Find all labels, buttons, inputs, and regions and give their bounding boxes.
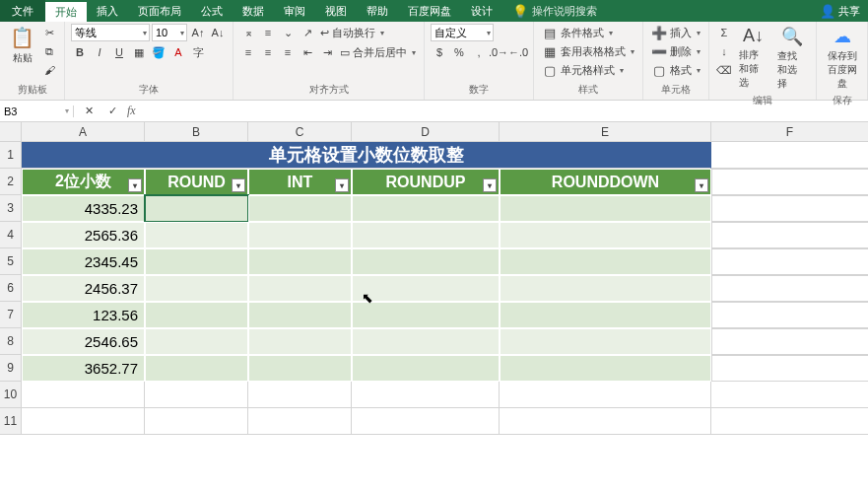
align-top-button[interactable]: ⌅ <box>239 24 257 41</box>
italic-button[interactable]: I <box>91 43 108 61</box>
font-size-combo[interactable]: 10 <box>152 24 187 41</box>
percent-button[interactable]: % <box>450 43 468 61</box>
share-button[interactable]: 👤 共享 <box>812 0 868 22</box>
col-header[interactable]: A <box>22 122 145 142</box>
tab-review[interactable]: 审阅 <box>274 0 315 22</box>
align-bottom-button[interactable]: ⌄ <box>279 24 297 41</box>
cell[interactable] <box>711 195 868 222</box>
increase-decimal-button[interactable]: .0→ <box>490 43 507 61</box>
cell[interactable] <box>22 408 145 435</box>
cell[interactable] <box>352 195 500 222</box>
col-header[interactable]: E <box>500 122 711 142</box>
col-header[interactable]: B <box>145 122 248 142</box>
cell[interactable] <box>352 408 500 435</box>
row-header[interactable]: 6 <box>0 275 22 302</box>
cell[interactable] <box>500 222 711 248</box>
cell[interactable] <box>248 275 352 302</box>
cell[interactable] <box>352 382 500 408</box>
cell[interactable] <box>500 248 711 275</box>
cell[interactable] <box>145 248 248 275</box>
clear-button[interactable]: ⌫ <box>715 61 733 79</box>
tab-data[interactable]: 数据 <box>233 0 274 22</box>
cell[interactable] <box>352 302 500 328</box>
file-tab[interactable]: 文件 <box>0 0 45 22</box>
cell[interactable] <box>248 302 352 328</box>
cell[interactable] <box>711 169 868 195</box>
cell[interactable] <box>145 382 248 408</box>
col-header[interactable]: D <box>352 122 500 142</box>
row-header[interactable]: 5 <box>0 248 22 275</box>
shrink-font-button[interactable]: A↓ <box>209 24 227 41</box>
copy-button[interactable]: ⧉ <box>40 42 58 60</box>
row-header[interactable]: 9 <box>0 355 22 382</box>
table-title-cell[interactable]: 单元格设置小数位数取整 <box>22 142 711 169</box>
conditional-format-button[interactable]: ▤条件格式 <box>540 24 615 41</box>
phonetic-button[interactable]: 字 <box>189 43 207 61</box>
cell[interactable]: 2546.65 <box>22 328 145 355</box>
format-painter-button[interactable]: 🖌 <box>40 61 58 79</box>
align-center-button[interactable]: ≡ <box>259 43 277 61</box>
cell[interactable] <box>22 382 145 408</box>
cell[interactable] <box>711 355 868 382</box>
format-cells-button[interactable]: ▢格式 <box>649 61 702 79</box>
cell[interactable]: 2565.36 <box>22 222 145 248</box>
cell[interactable] <box>145 195 248 222</box>
cell[interactable] <box>145 328 248 355</box>
row-header[interactable]: 1 <box>0 142 22 169</box>
indent-inc-button[interactable]: ⇥ <box>318 43 336 61</box>
delete-cells-button[interactable]: ➖删除 <box>649 42 702 60</box>
comma-button[interactable]: , <box>470 43 488 61</box>
cell[interactable] <box>248 195 352 222</box>
cell[interactable] <box>145 302 248 328</box>
decrease-decimal-button[interactable]: ←.0 <box>509 43 527 61</box>
cell[interactable] <box>352 248 500 275</box>
cell[interactable] <box>711 142 868 169</box>
baidu-save-button[interactable]: ☁ 保存到百度网盘 <box>823 24 861 93</box>
row-header[interactable]: 4 <box>0 222 22 248</box>
fx-icon[interactable]: fx <box>127 104 136 118</box>
row-header[interactable]: 3 <box>0 195 22 222</box>
cell[interactable]: 2345.45 <box>22 248 145 275</box>
cell[interactable] <box>711 275 868 302</box>
tab-design[interactable]: 设计 <box>461 0 502 22</box>
merge-button[interactable]: ▭合并后居中 <box>338 44 418 61</box>
row-header[interactable]: 2 <box>0 169 22 195</box>
underline-button[interactable]: U <box>110 43 128 61</box>
row-header[interactable]: 10 <box>0 382 22 408</box>
font-color-button[interactable]: A <box>169 43 187 61</box>
filter-icon[interactable]: ▾ <box>335 178 349 192</box>
name-box[interactable]: B3 <box>0 106 74 117</box>
cell[interactable] <box>145 222 248 248</box>
tab-insert[interactable]: 插入 <box>87 0 128 22</box>
cell[interactable] <box>248 355 352 382</box>
tab-page-layout[interactable]: 页面布局 <box>128 0 191 22</box>
cell[interactable] <box>145 275 248 302</box>
row-header[interactable]: 7 <box>0 302 22 328</box>
insert-cells-button[interactable]: ➕插入 <box>649 24 702 41</box>
fill-button[interactable]: ↓ <box>715 42 733 60</box>
currency-button[interactable]: $ <box>431 43 448 61</box>
tab-baidu[interactable]: 百度网盘 <box>398 0 461 22</box>
table-header-cell[interactable]: ROUNDDOWN▾ <box>500 169 711 195</box>
table-header-cell[interactable]: INT▾ <box>248 169 352 195</box>
cell[interactable]: 4335.23 <box>22 195 145 222</box>
cell[interactable] <box>500 382 711 408</box>
table-header-cell[interactable]: 2位小数▾ <box>22 169 145 195</box>
tab-view[interactable]: 视图 <box>315 0 357 22</box>
filter-icon[interactable]: ▾ <box>483 178 497 192</box>
cell[interactable] <box>352 355 500 382</box>
col-header[interactable]: C <box>248 122 352 142</box>
tell-me[interactable]: 💡 操作说明搜索 <box>512 0 597 22</box>
cell[interactable] <box>248 248 352 275</box>
cell[interactable] <box>352 222 500 248</box>
cell[interactable] <box>248 382 352 408</box>
border-button[interactable]: ▦ <box>130 43 148 61</box>
cut-button[interactable]: ✂ <box>40 24 58 41</box>
row-header[interactable]: 8 <box>0 328 22 355</box>
filter-icon[interactable]: ▾ <box>695 178 708 192</box>
align-left-button[interactable]: ≡ <box>239 43 257 61</box>
indent-dec-button[interactable]: ⇤ <box>299 43 316 61</box>
paste-button[interactable]: 📋 粘贴 <box>6 24 38 67</box>
cell[interactable] <box>352 328 500 355</box>
cell[interactable] <box>711 328 868 355</box>
